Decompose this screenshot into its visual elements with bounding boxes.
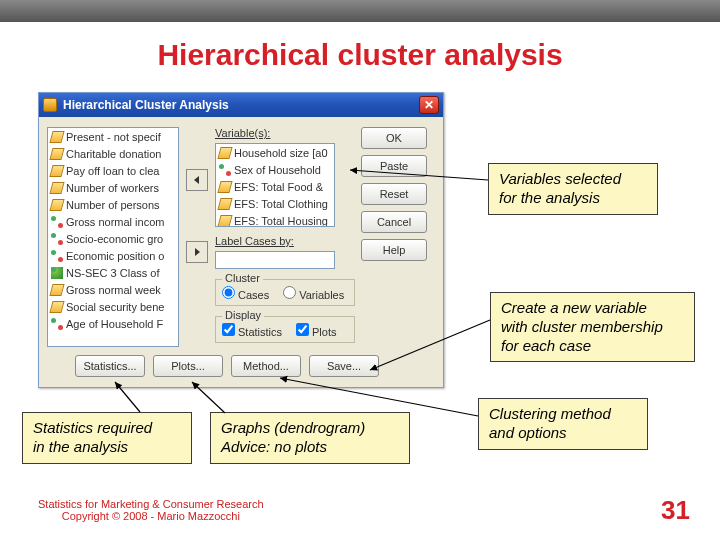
ok-button[interactable]: OK [361, 127, 427, 149]
display-group-title: Display [222, 309, 264, 321]
nominal-icon [51, 318, 63, 330]
scale-icon [49, 199, 64, 211]
display-groupbox: Display Statistics Plots [215, 316, 355, 343]
statistics-checkbox[interactable]: Statistics [222, 323, 282, 338]
variables-label: Variable(s): [215, 127, 355, 139]
callout-clustering-method: Clustering methodand options [478, 398, 648, 450]
reset-button[interactable]: Reset [361, 183, 427, 205]
nominal-icon [51, 216, 63, 228]
transfer-column [185, 127, 209, 347]
nominal-icon [51, 233, 63, 245]
scale-icon [49, 148, 64, 160]
list-item: Gross normal incom [48, 213, 178, 230]
cancel-button[interactable]: Cancel [361, 211, 427, 233]
slide-footer: Statistics for Marketing & Consumer Rese… [38, 498, 264, 522]
close-icon[interactable]: ✕ [419, 96, 439, 114]
dialog-title: Hierarchical Cluster Analysis [63, 98, 419, 112]
list-item: Social security bene [48, 298, 178, 315]
list-item: Economic position o [48, 247, 178, 264]
center-column: Variable(s): Household size [a0 Sex of H… [215, 127, 355, 347]
scale-icon [49, 301, 64, 313]
method-button[interactable]: Method... [231, 355, 301, 377]
list-item: NS-SEC 3 Class of [48, 264, 178, 281]
cluster-groupbox: Cluster Cases Variables [215, 279, 355, 306]
scale-icon [49, 284, 64, 296]
save-button[interactable]: Save... [309, 355, 379, 377]
list-item: Gross normal week [48, 281, 178, 298]
nominal-icon [219, 164, 231, 176]
source-variable-list[interactable]: Present - not specif Charitable donation… [47, 127, 179, 347]
list-item: Number of persons [48, 196, 178, 213]
top-border [0, 0, 720, 22]
cases-radio[interactable]: Cases [222, 286, 269, 301]
bottom-button-row: Statistics... Plots... Method... Save... [39, 355, 443, 387]
label-cases-input[interactable] [215, 251, 335, 269]
list-item: Household size [a0 [216, 144, 334, 161]
scale-icon [49, 165, 64, 177]
dialog-titlebar: Hierarchical Cluster Analysis ✕ [39, 93, 443, 117]
move-right-button[interactable] [186, 241, 208, 263]
page-number: 31 [661, 495, 690, 526]
hca-dialog: Hierarchical Cluster Analysis ✕ Present … [38, 92, 444, 388]
nominal-icon [51, 250, 63, 262]
callout-statistics-required: Statistics requiredin the analysis [22, 412, 192, 464]
plots-button[interactable]: Plots... [153, 355, 223, 377]
slide-title: Hierarchical cluster analysis [0, 38, 720, 72]
callout-create-variable: Create a new variablewith cluster member… [490, 292, 695, 362]
move-left-button[interactable] [186, 169, 208, 191]
list-item: EFS: Total Housing [216, 212, 334, 227]
scale-icon [49, 131, 64, 143]
scale-icon [217, 215, 232, 227]
callout-graphs-advice: Graphs (dendrogram)Advice: no plots [210, 412, 410, 464]
button-column: OK Paste Reset Cancel Help [361, 127, 427, 347]
list-item: Age of Household F [48, 315, 178, 332]
paste-button[interactable]: Paste [361, 155, 427, 177]
plots-checkbox[interactable]: Plots [296, 323, 336, 338]
app-icon [43, 98, 57, 112]
callout-variables-selected: Variables selectedfor the analysis [488, 163, 658, 215]
ordinal-icon [51, 267, 63, 279]
help-button[interactable]: Help [361, 239, 427, 261]
cluster-group-title: Cluster [222, 272, 263, 284]
scale-icon [217, 198, 232, 210]
list-item: EFS: Total Food & [216, 178, 334, 195]
statistics-button[interactable]: Statistics... [75, 355, 145, 377]
selected-variable-list[interactable]: Household size [a0 Sex of Household EFS:… [215, 143, 335, 227]
label-cases-label: Label Cases by: [215, 235, 355, 247]
list-item: Socio-economic gro [48, 230, 178, 247]
list-item: Sex of Household [216, 161, 334, 178]
list-item: EFS: Total Clothing [216, 195, 334, 212]
list-item: Charitable donation [48, 145, 178, 162]
scale-icon [49, 182, 64, 194]
scale-icon [217, 147, 232, 159]
variables-radio[interactable]: Variables [283, 286, 344, 301]
list-item: Pay off loan to clea [48, 162, 178, 179]
list-item: Present - not specif [48, 128, 178, 145]
scale-icon [217, 181, 232, 193]
list-item: Number of workers [48, 179, 178, 196]
